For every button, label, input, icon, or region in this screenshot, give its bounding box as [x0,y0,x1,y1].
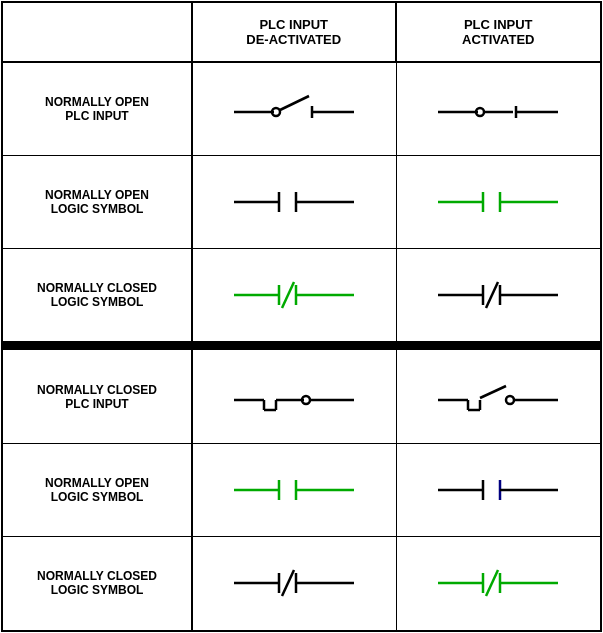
symbol-no-plc-act [397,63,601,156]
svg-point-6 [476,108,484,116]
symbol-nc-plc-deact [193,350,397,443]
main-table: PLC INPUTDE-ACTIVATED PLC INPUTACTIVATED… [1,1,602,632]
symbol-no-plc-deact [193,63,397,156]
symbol-nc-logic-2-act [397,537,601,630]
svg-point-1 [272,108,280,116]
label-no-logic-1: NORMALLY OPENLOGIC SYMBOL [3,156,193,249]
svg-line-39 [480,386,506,398]
label-nc-logic-2: NORMALLY CLOSEDLOGIC SYMBOL [3,537,193,630]
symbol-nc-logic-1-act [397,249,601,342]
label-nc-plc-input: NORMALLY CLOSEDPLC INPUT [3,350,193,443]
symbol-nc-plc-act [397,350,601,443]
symbol-no-logic-deact [193,156,397,249]
symbol-no-logic-2-deact [193,444,397,537]
label-no-plc-input: NORMALLY OPENPLC INPUT [3,63,193,156]
symbol-no-logic-act [397,156,601,249]
header-activated: PLC INPUTACTIVATED [397,3,601,63]
svg-line-52 [282,570,294,596]
label-nc-logic-1: NORMALLY CLOSEDLOGIC SYMBOL [3,249,193,342]
header-empty [3,3,193,63]
symbol-nc-logic-2-deact [193,537,397,630]
svg-point-40 [506,396,514,404]
svg-line-2 [280,96,309,110]
svg-line-57 [486,570,498,596]
svg-line-20 [282,282,294,308]
symbol-nc-logic-1-deact [193,249,397,342]
svg-point-33 [302,396,310,404]
label-no-logic-2: NORMALLY OPENLOGIC SYMBOL [3,444,193,537]
header-deactivated: PLC INPUTDE-ACTIVATED [193,3,397,63]
svg-line-25 [486,282,498,308]
symbol-no-logic-2-act [397,444,601,537]
section-divider [3,342,600,350]
